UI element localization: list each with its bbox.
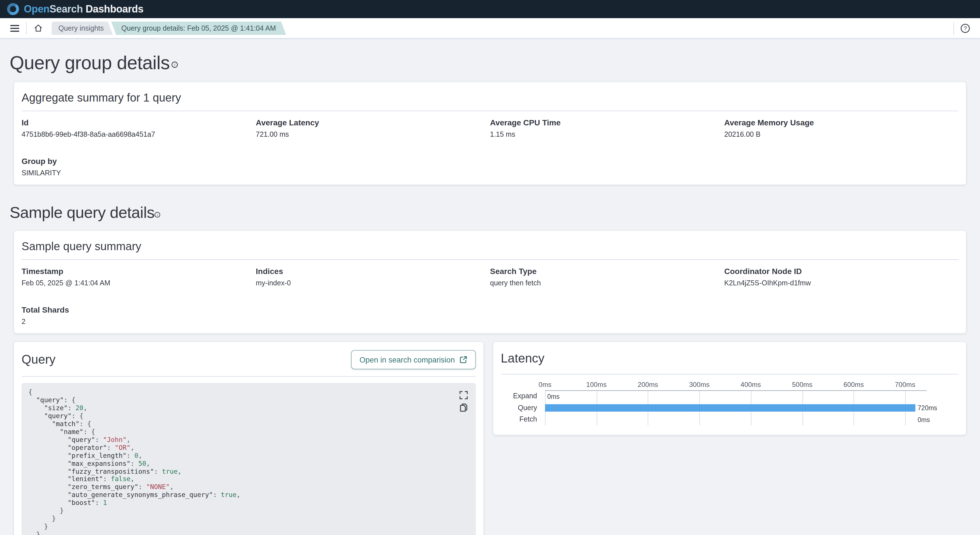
- external-link-icon: [460, 356, 467, 364]
- help-button[interactable]: ?: [957, 20, 973, 36]
- page-title-text: Query group details: [10, 52, 170, 73]
- field-label: Timestamp: [22, 267, 256, 276]
- field-value: 2: [22, 318, 256, 326]
- svg-text:i: i: [174, 63, 175, 67]
- latency-bar-query: [545, 404, 915, 412]
- axis-tick-label: 200ms: [638, 381, 658, 389]
- field-label: Id: [22, 118, 256, 127]
- axis-tick-label: 700ms: [895, 381, 915, 389]
- chart-row: 0ms: [545, 414, 927, 425]
- field-id: Id 4751b8b6-99eb-4f38-8a5a-aa6698a451a7: [22, 118, 256, 139]
- divider: [22, 111, 958, 111]
- axis-tick-label: 600ms: [843, 381, 864, 389]
- field-average-cpu-time: Average CPU Time 1.15 ms: [490, 118, 724, 139]
- query-code-block: { "query": { "size": 20, "query": { "mat…: [22, 383, 476, 535]
- divider: [953, 22, 954, 34]
- latency-panel-title: Latency: [501, 350, 544, 367]
- chart-row: 720ms: [545, 403, 927, 414]
- sample-query-summary-panel: Sample query summary Timestamp Feb 05, 2…: [14, 230, 966, 334]
- home-button[interactable]: [30, 20, 46, 36]
- app-title: OpenSearch Dashboards: [24, 3, 143, 15]
- axis-tick-label: 400ms: [741, 381, 761, 389]
- divider: [501, 374, 958, 374]
- field-label: Search Type: [490, 267, 724, 276]
- latency-panel: Latency 0ms100ms200ms300ms400ms500ms600m…: [493, 342, 966, 435]
- breadcrumb-bar: Query insights Query group details: Feb …: [0, 18, 980, 38]
- info-icon[interactable]: i: [172, 51, 178, 73]
- chart-row: 0ms: [545, 391, 927, 403]
- axis-tick-label: 300ms: [689, 381, 710, 389]
- field-label: Average Latency: [256, 118, 490, 127]
- fullscreen-icon: [460, 391, 468, 400]
- menu-button[interactable]: [7, 20, 23, 36]
- bar-value-label: 0ms: [545, 393, 560, 400]
- field-value: Feb 05, 2025 @ 1:41:04 AM: [22, 279, 256, 287]
- latency-axis-ticks: 0ms100ms200ms300ms400ms500ms600ms700ms: [545, 381, 927, 390]
- fullscreen-button[interactable]: [460, 391, 468, 400]
- field-label: Indices: [256, 267, 490, 276]
- bar-value-label: 720ms: [915, 405, 937, 412]
- divider: [22, 376, 476, 377]
- divider: [22, 259, 958, 260]
- latency-row-labels: ExpandQueryFetch: [501, 390, 545, 425]
- field-group-by: Group by SIMILARITY: [22, 157, 256, 177]
- breadcrumb-query-group-details: Query group details: Feb 05, 2025 @ 1:41…: [111, 21, 286, 35]
- breadcrumb-query-insights[interactable]: Query insights: [52, 21, 113, 35]
- axis-tick-label: 0ms: [538, 381, 551, 389]
- hamburger-icon: [10, 24, 19, 32]
- field-value: my-index-0: [256, 279, 490, 287]
- svg-text:?: ?: [964, 25, 967, 31]
- section-title-text: Sample query details: [10, 204, 154, 221]
- field-average-latency: Average Latency 721.00 ms: [256, 118, 490, 139]
- aggregate-summary-title: Aggregate summary for 1 query: [22, 89, 958, 111]
- query-json: { "query": { "size": 20, "query": { "mat…: [29, 389, 469, 535]
- field-value: 20216.00 B: [724, 131, 958, 139]
- page-content: Query group detailsi Aggregate summary f…: [0, 38, 980, 535]
- aggregate-summary-panel: Aggregate summary for 1 query Id 4751b8b…: [14, 82, 966, 185]
- open-in-search-comparison-button[interactable]: Open in search comparision: [351, 350, 476, 369]
- field-label: Total Shards: [22, 305, 256, 314]
- field-value: K2Ln4jZ5S-OIhKpm-d1fmw: [724, 279, 958, 287]
- field-value: SIMILARITY: [22, 169, 256, 177]
- copy-button[interactable]: [460, 403, 468, 412]
- page-title: Query group detailsi: [10, 52, 970, 74]
- chart-row-label: Fetch: [501, 414, 537, 425]
- field-label: Coordinator Node ID: [724, 267, 958, 276]
- help-icon: ?: [960, 23, 970, 33]
- svg-text:i: i: [157, 213, 158, 217]
- field-total-shards: Total Shards 2: [22, 305, 256, 326]
- field-search-type: Search Type query then fetch: [490, 267, 724, 287]
- field-value: 4751b8b6-99eb-4f38-8a5a-aa6698a451a7: [22, 131, 256, 139]
- button-label: Open in search comparision: [360, 355, 455, 364]
- info-icon[interactable]: i: [154, 204, 161, 221]
- field-average-memory-usage: Average Memory Usage 20216.00 B: [724, 118, 958, 139]
- sample-query-details-title: Sample query detailsi: [10, 203, 970, 222]
- chart-row-label: Expand: [501, 390, 537, 402]
- home-icon: [33, 23, 43, 33]
- chart-row-label: Query: [501, 402, 537, 414]
- aggregate-summary-fields: Id 4751b8b6-99eb-4f38-8a5a-aa6698a451a7 …: [22, 118, 958, 177]
- bottom-panels-row: Query Open in search comparision { "quer…: [10, 334, 970, 535]
- field-label: Average Memory Usage: [724, 118, 958, 127]
- breadcrumb: Query insights Query group details: Feb …: [52, 21, 286, 35]
- field-value: 721.00 ms: [256, 131, 490, 139]
- axis-tick-label: 500ms: [792, 381, 812, 389]
- query-panel: Query Open in search comparision { "quer…: [14, 342, 484, 535]
- sample-query-summary-title: Sample query summary: [22, 238, 958, 259]
- bar-value-label: 0ms: [915, 416, 930, 423]
- field-value: query then fetch: [490, 279, 724, 287]
- field-timestamp: Timestamp Feb 05, 2025 @ 1:41:04 AM: [22, 267, 256, 287]
- divider: [26, 22, 27, 34]
- field-coordinator-node-id: Coordinator Node ID K2Ln4jZ5S-OIhKpm-d1f…: [724, 267, 958, 287]
- copy-icon: [460, 403, 468, 412]
- sample-query-summary-fields: Timestamp Feb 05, 2025 @ 1:41:04 AM Indi…: [22, 266, 958, 326]
- field-value: 1.15 ms: [490, 131, 724, 139]
- query-panel-title: Query: [22, 351, 56, 368]
- field-label: Average CPU Time: [490, 118, 724, 127]
- latency-plot: 0ms720ms0ms: [545, 390, 927, 425]
- latency-chart: 0ms100ms200ms300ms400ms500ms600ms700ms E…: [501, 381, 958, 425]
- axis-tick-label: 100ms: [586, 381, 606, 389]
- field-indices: Indices my-index-0: [256, 267, 490, 287]
- app-header: OpenSearch Dashboards: [0, 0, 980, 18]
- opensearch-logo[interactable]: [7, 3, 19, 15]
